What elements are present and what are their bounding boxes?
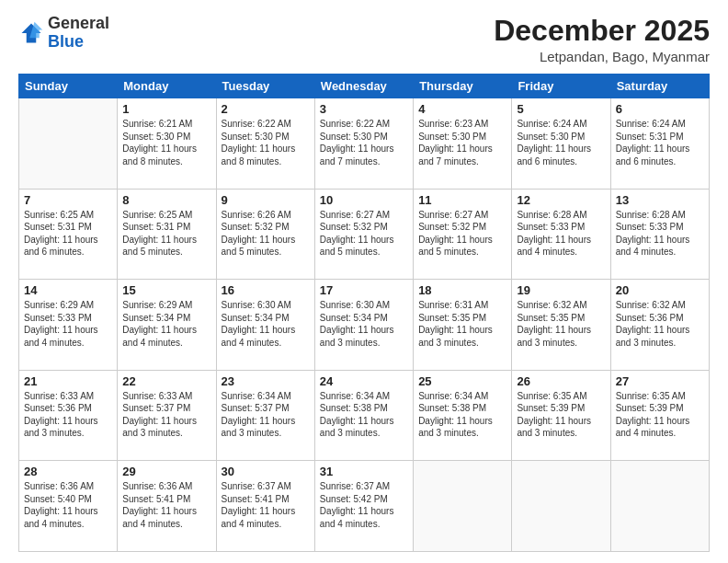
- logo: General Blue: [18, 15, 109, 52]
- table-row: 7Sunrise: 6:25 AM Sunset: 5:31 PM Daylig…: [19, 189, 118, 280]
- header-thursday: Thursday: [414, 75, 512, 98]
- logo-blue-text: Blue: [48, 32, 84, 51]
- calendar-week-row: 14Sunrise: 6:29 AM Sunset: 5:33 PM Dayli…: [19, 280, 710, 371]
- day-number: 7: [24, 193, 112, 207]
- day-info: Sunrise: 6:27 AM Sunset: 5:32 PM Dayligh…: [418, 209, 506, 259]
- day-number: 15: [122, 283, 210, 297]
- day-number: 23: [222, 374, 310, 388]
- table-row: 30Sunrise: 6:37 AM Sunset: 5:41 PM Dayli…: [216, 461, 314, 552]
- header-sunday: Sunday: [19, 75, 118, 98]
- day-number: 20: [616, 283, 704, 297]
- day-info: Sunrise: 6:30 AM Sunset: 5:34 PM Dayligh…: [320, 299, 408, 349]
- day-info: Sunrise: 6:31 AM Sunset: 5:35 PM Dayligh…: [418, 299, 506, 349]
- day-number: 6: [616, 102, 704, 116]
- header-wednesday: Wednesday: [314, 75, 413, 98]
- table-row: [610, 461, 709, 552]
- day-number: 8: [122, 193, 210, 207]
- day-number: 11: [418, 193, 506, 207]
- table-row: 11Sunrise: 6:27 AM Sunset: 5:32 PM Dayli…: [414, 189, 512, 280]
- day-info: Sunrise: 6:36 AM Sunset: 5:40 PM Dayligh…: [24, 480, 112, 530]
- day-info: Sunrise: 6:36 AM Sunset: 5:41 PM Dayligh…: [122, 480, 210, 530]
- day-info: Sunrise: 6:28 AM Sunset: 5:33 PM Dayligh…: [616, 209, 704, 259]
- table-row: 8Sunrise: 6:25 AM Sunset: 5:31 PM Daylig…: [118, 189, 216, 280]
- day-number: 28: [24, 465, 112, 478]
- table-row: 9Sunrise: 6:26 AM Sunset: 5:32 PM Daylig…: [216, 189, 314, 280]
- calendar-week-row: 1Sunrise: 6:21 AM Sunset: 5:30 PM Daylig…: [19, 98, 710, 190]
- calendar-header-row: Sunday Monday Tuesday Wednesday Thursday…: [19, 75, 710, 98]
- month-title: December 2025: [494, 15, 710, 47]
- table-row: [19, 98, 118, 190]
- table-row: 20Sunrise: 6:32 AM Sunset: 5:36 PM Dayli…: [610, 280, 709, 371]
- table-row: [512, 461, 610, 552]
- calendar-table: Sunday Monday Tuesday Wednesday Thursday…: [18, 74, 710, 552]
- day-info: Sunrise: 6:27 AM Sunset: 5:32 PM Dayligh…: [320, 209, 408, 259]
- table-row: [414, 461, 512, 552]
- day-info: Sunrise: 6:29 AM Sunset: 5:34 PM Dayligh…: [122, 299, 210, 349]
- table-row: 29Sunrise: 6:36 AM Sunset: 5:41 PM Dayli…: [118, 461, 216, 552]
- day-number: 16: [222, 283, 310, 297]
- table-row: 26Sunrise: 6:35 AM Sunset: 5:39 PM Dayli…: [512, 370, 610, 461]
- day-number: 9: [222, 193, 310, 207]
- table-row: 12Sunrise: 6:28 AM Sunset: 5:33 PM Dayli…: [512, 189, 610, 280]
- logo-icon: [18, 20, 44, 46]
- table-row: 6Sunrise: 6:24 AM Sunset: 5:31 PM Daylig…: [610, 98, 709, 190]
- day-info: Sunrise: 6:32 AM Sunset: 5:36 PM Dayligh…: [616, 299, 704, 349]
- day-number: 30: [222, 465, 310, 478]
- table-row: 13Sunrise: 6:28 AM Sunset: 5:33 PM Dayli…: [610, 189, 709, 280]
- day-number: 4: [418, 102, 506, 116]
- day-info: Sunrise: 6:37 AM Sunset: 5:42 PM Dayligh…: [320, 480, 408, 530]
- day-info: Sunrise: 6:26 AM Sunset: 5:32 PM Dayligh…: [222, 209, 310, 259]
- header-saturday: Saturday: [610, 75, 709, 98]
- day-number: 2: [222, 102, 310, 116]
- table-row: 22Sunrise: 6:33 AM Sunset: 5:37 PM Dayli…: [118, 370, 216, 461]
- day-number: 13: [616, 193, 704, 207]
- table-row: 4Sunrise: 6:23 AM Sunset: 5:30 PM Daylig…: [414, 98, 512, 190]
- day-number: 18: [418, 283, 506, 297]
- day-info: Sunrise: 6:28 AM Sunset: 5:33 PM Dayligh…: [517, 209, 605, 259]
- day-number: 5: [517, 102, 605, 116]
- table-row: 31Sunrise: 6:37 AM Sunset: 5:42 PM Dayli…: [314, 461, 413, 552]
- day-info: Sunrise: 6:30 AM Sunset: 5:34 PM Dayligh…: [222, 299, 310, 349]
- day-info: Sunrise: 6:24 AM Sunset: 5:30 PM Dayligh…: [517, 118, 605, 167]
- table-row: 27Sunrise: 6:35 AM Sunset: 5:39 PM Dayli…: [610, 370, 709, 461]
- header-friday: Friday: [512, 75, 610, 98]
- header-monday: Monday: [118, 75, 216, 98]
- day-info: Sunrise: 6:23 AM Sunset: 5:30 PM Dayligh…: [418, 118, 506, 167]
- calendar-week-row: 21Sunrise: 6:33 AM Sunset: 5:36 PM Dayli…: [19, 370, 710, 461]
- header: General Blue December 2025 Letpandan, Ba…: [18, 15, 710, 64]
- table-row: 23Sunrise: 6:34 AM Sunset: 5:37 PM Dayli…: [216, 370, 314, 461]
- calendar-week-row: 28Sunrise: 6:36 AM Sunset: 5:40 PM Dayli…: [19, 461, 710, 552]
- day-number: 19: [517, 283, 605, 297]
- day-info: Sunrise: 6:34 AM Sunset: 5:38 PM Dayligh…: [418, 390, 506, 440]
- table-row: 15Sunrise: 6:29 AM Sunset: 5:34 PM Dayli…: [118, 280, 216, 371]
- day-info: Sunrise: 6:34 AM Sunset: 5:37 PM Dayligh…: [222, 390, 310, 440]
- day-number: 27: [616, 374, 704, 388]
- day-info: Sunrise: 6:35 AM Sunset: 5:39 PM Dayligh…: [616, 390, 704, 440]
- day-info: Sunrise: 6:24 AM Sunset: 5:31 PM Dayligh…: [616, 118, 704, 167]
- day-info: Sunrise: 6:25 AM Sunset: 5:31 PM Dayligh…: [122, 209, 210, 259]
- day-info: Sunrise: 6:37 AM Sunset: 5:41 PM Dayligh…: [222, 480, 310, 530]
- day-number: 14: [24, 283, 112, 297]
- table-row: 21Sunrise: 6:33 AM Sunset: 5:36 PM Dayli…: [19, 370, 118, 461]
- table-row: 14Sunrise: 6:29 AM Sunset: 5:33 PM Dayli…: [19, 280, 118, 371]
- table-row: 19Sunrise: 6:32 AM Sunset: 5:35 PM Dayli…: [512, 280, 610, 371]
- table-row: 28Sunrise: 6:36 AM Sunset: 5:40 PM Dayli…: [19, 461, 118, 552]
- header-tuesday: Tuesday: [216, 75, 314, 98]
- day-number: 3: [320, 102, 408, 116]
- day-number: 17: [320, 283, 408, 297]
- day-info: Sunrise: 6:22 AM Sunset: 5:30 PM Dayligh…: [222, 118, 310, 167]
- location: Letpandan, Bago, Myanmar: [494, 49, 710, 64]
- day-info: Sunrise: 6:34 AM Sunset: 5:38 PM Dayligh…: [320, 390, 408, 440]
- day-number: 31: [320, 465, 408, 478]
- table-row: 24Sunrise: 6:34 AM Sunset: 5:38 PM Dayli…: [314, 370, 413, 461]
- day-number: 25: [418, 374, 506, 388]
- day-info: Sunrise: 6:32 AM Sunset: 5:35 PM Dayligh…: [517, 299, 605, 349]
- table-row: 18Sunrise: 6:31 AM Sunset: 5:35 PM Dayli…: [414, 280, 512, 371]
- day-number: 29: [122, 465, 210, 478]
- day-info: Sunrise: 6:35 AM Sunset: 5:39 PM Dayligh…: [517, 390, 605, 440]
- table-row: 16Sunrise: 6:30 AM Sunset: 5:34 PM Dayli…: [216, 280, 314, 371]
- day-number: 22: [122, 374, 210, 388]
- day-number: 1: [122, 102, 210, 116]
- calendar-week-row: 7Sunrise: 6:25 AM Sunset: 5:31 PM Daylig…: [19, 189, 710, 280]
- title-block: December 2025 Letpandan, Bago, Myanmar: [494, 15, 710, 64]
